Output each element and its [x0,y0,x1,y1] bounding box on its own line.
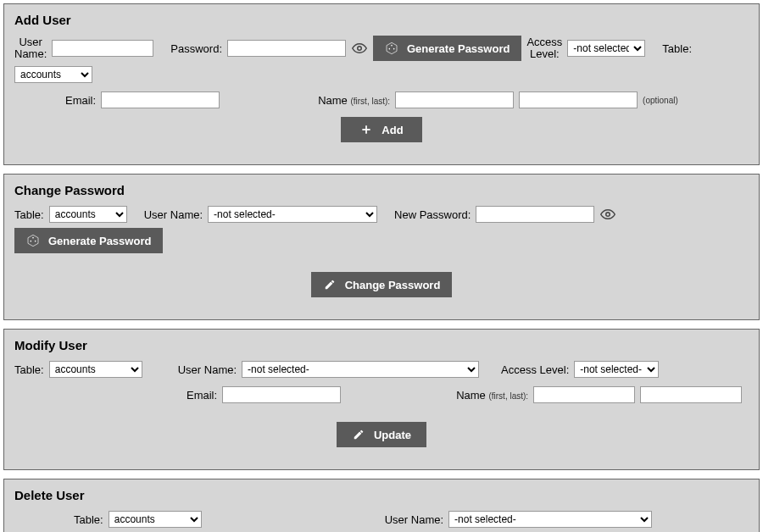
mu-access-level-select[interactable]: -not selected- [574,361,659,378]
add-username-label: User Name: [14,36,47,61]
update-button-label: Update [374,429,411,441]
mu-email-label: Email: [187,389,217,402]
mu-name-label: Name (first, last): [456,389,528,402]
du-table-label: Table: [74,513,103,526]
du-username-select[interactable]: -not selected- [448,511,652,528]
cp-username-label: User Name: [144,208,203,221]
add-button[interactable]: Add [341,117,422,142]
svg-point-7 [32,237,34,239]
cp-newpassword-input[interactable] [476,206,594,223]
add-access-level-select[interactable]: -not selected- [567,40,645,57]
add-generate-password-button[interactable]: Generate Password [373,36,521,61]
add-optional-hint: (optional) [643,96,678,105]
cp-table-select[interactable]: accounts [49,206,127,223]
add-user-title: Add User [14,13,749,27]
mu-firstname-input[interactable] [533,386,635,403]
add-name-label: Name (first, last): [318,94,390,107]
mu-table-label: Table: [14,363,44,376]
change-password-panel: Change Password Table: accounts User Nam… [3,174,760,320]
eye-icon[interactable] [351,40,368,57]
change-password-button[interactable]: Change Password [311,272,453,297]
add-generate-password-label: Generate Password [407,42,510,55]
mu-email-input[interactable] [222,386,341,403]
cp-username-select[interactable]: -not selected- [208,206,377,223]
eye-icon[interactable] [599,206,616,223]
dice-icon [385,42,398,55]
svg-point-2 [389,48,391,50]
svg-point-8 [31,241,32,242]
add-lastname-input[interactable] [519,91,638,108]
svg-point-1 [391,45,393,47]
cp-generate-password-label: Generate Password [48,235,151,247]
add-firstname-input[interactable] [395,91,514,108]
du-username-label: User Name: [385,513,443,526]
add-table-select[interactable]: accounts [14,66,92,83]
cp-generate-password-button[interactable]: Generate Password [14,228,163,253]
modify-user-panel: Modify User Table: accounts User Name: -… [3,329,760,470]
plus-icon [359,123,373,136]
delete-user-panel: Delete User Table: accounts User Name: -… [3,479,760,532]
add-table-label: Table: [662,42,692,55]
pencil-icon [323,278,337,291]
pencil-icon [352,428,365,441]
cp-table-label: Table: [14,208,44,221]
mu-access-level-label: Access Level: [501,363,569,376]
change-password-title: Change Password [14,183,749,197]
add-email-input[interactable] [101,91,220,108]
update-button[interactable]: Update [337,422,426,447]
cp-newpassword-label: New Password: [394,208,471,221]
add-email-label: Email: [65,94,96,107]
du-table-select[interactable]: accounts [109,511,202,528]
add-user-panel: Add User User Name: Password: Generate P… [3,3,760,165]
add-username-input[interactable] [52,40,153,57]
modify-user-title: Modify User [14,338,749,352]
svg-point-6 [606,213,610,217]
delete-user-title: Delete User [14,488,749,502]
mu-username-label: User Name: [178,363,237,376]
mu-username-select[interactable]: -not selected- [242,361,479,378]
svg-point-9 [35,241,36,242]
svg-point-0 [358,47,362,51]
add-password-input[interactable] [227,40,346,57]
add-button-label: Add [382,124,403,136]
add-password-label: Password: [170,42,222,55]
svg-point-3 [393,48,395,50]
dice-icon [26,234,40,247]
mu-lastname-input[interactable] [640,386,742,403]
add-access-level-label: Access Level: [526,36,562,61]
change-password-button-label: Change Password [345,279,441,291]
mu-table-select[interactable]: accounts [49,361,142,378]
